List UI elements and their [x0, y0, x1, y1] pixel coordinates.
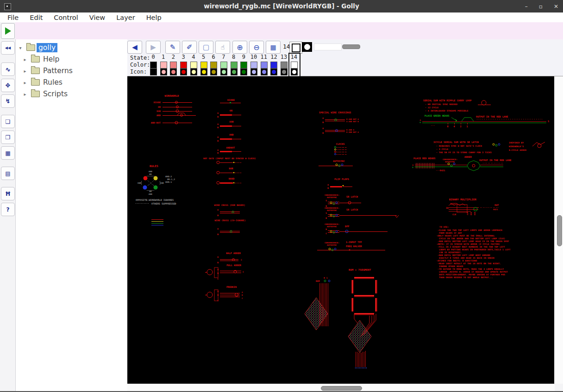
state-number-0[interactable]: 0 — [148, 54, 158, 60]
expanded-arrow-icon[interactable]: ▾ — [18, 45, 23, 50]
state-number-4[interactable]: 4 — [188, 54, 199, 60]
state-icon-swatch-13[interactable] — [281, 68, 288, 75]
tree-item-scripts[interactable]: ▸Scripts — [16, 88, 69, 100]
state-color-swatch-8[interactable] — [231, 62, 238, 68]
collapsed-arrow-icon[interactable]: ▸ — [22, 57, 28, 62]
state-icon-swatch-12[interactable] — [270, 68, 277, 75]
state-icon-swatch-1[interactable] — [160, 68, 167, 75]
state-icon-swatch-6[interactable] — [210, 68, 217, 75]
maximize-button[interactable]: ▫ — [539, 3, 543, 10]
state-color-swatch-5[interactable] — [200, 62, 207, 68]
pattern-info-icon[interactable]: ▤ — [1, 167, 15, 180]
state-number-11[interactable]: 11 — [259, 54, 269, 60]
icon-row-label: Icon: — [130, 68, 147, 75]
svg-text:WIRE CROSS (CO-IGNORE): WIRE CROSS (CO-IGNORE) — [215, 219, 246, 222]
state-color-swatch-9[interactable] — [240, 62, 247, 68]
state-color-swatch-11[interactable] — [261, 62, 268, 68]
select-button[interactable]: ▢ — [199, 41, 213, 54]
state-number-9[interactable]: 9 — [238, 54, 249, 60]
svg-text:FROM HEADS IF ANY: FROM HEADS IF ANY — [439, 232, 462, 234]
open-pattern-icon[interactable]: ❐ — [1, 131, 15, 144]
svg-text:XOR:1: XOR:1 — [165, 181, 172, 183]
hashing-icon[interactable]: Ħ — [1, 187, 15, 200]
svg-text:- REQUIRES SYNC W NOT GATE'S C: - REQUIRES SYNC W NOT GATE'S CLOCK — [436, 145, 482, 147]
state-color-swatch-12[interactable] — [270, 62, 277, 68]
state-color-swatch-10[interactable] — [250, 62, 257, 68]
vertical-scrollbar[interactable] — [555, 76, 563, 384]
scale-slider-thumb[interactable] — [342, 44, 360, 49]
save-pattern-icon[interactable]: ▦ — [1, 146, 15, 160]
menu-view[interactable]: View — [84, 13, 111, 22]
menu-file[interactable]: File — [2, 13, 24, 22]
tree-item-golly[interactable]: ▾golly — [16, 42, 57, 53]
zoom-out-button[interactable]: ⊖ — [249, 41, 264, 54]
tree-item-patterns[interactable]: ▸Patterns — [16, 65, 75, 76]
state-number-8[interactable]: 8 — [229, 54, 239, 60]
horizontal-scrollbar-thumb[interactable] — [321, 386, 362, 391]
state-color-swatch-7[interactable] — [220, 62, 227, 68]
menu-help[interactable]: Help — [141, 13, 167, 22]
close-button[interactable]: ✕ — [554, 3, 558, 10]
state-icon-swatch-5[interactable] — [200, 68, 207, 75]
state-number-3[interactable]: 3 — [178, 54, 188, 60]
state-icon-swatch-0[interactable] — [150, 68, 157, 75]
state-icon-swatch-7[interactable] — [220, 68, 227, 75]
state-number-7[interactable]: 7 — [219, 54, 229, 60]
tree-item-help[interactable]: ▸Help — [16, 54, 61, 65]
state-number-12[interactable]: 12 — [269, 54, 279, 60]
pick-button[interactable]: ✐ — [182, 41, 197, 54]
state-number-10[interactable]: 10 — [249, 54, 259, 60]
collapsed-arrow-icon[interactable]: ▸ — [22, 80, 28, 85]
state-color-swatch-3[interactable] — [180, 62, 187, 68]
state-color-swatch-1[interactable] — [160, 62, 167, 68]
state-color-swatch-13[interactable] — [281, 62, 288, 68]
randfill-icon[interactable]: ↯ — [1, 94, 15, 108]
undo-button[interactable]: ◀ — [127, 41, 142, 54]
current-icon-swatch[interactable] — [302, 42, 312, 52]
svg-text:ADDER: ADDER — [464, 156, 472, 158]
vertical-scrollbar-thumb[interactable] — [557, 215, 562, 246]
scale-slider-track[interactable] — [314, 44, 342, 50]
state-color-swatch-6[interactable] — [210, 62, 217, 68]
redo-button[interactable]: ▶ — [146, 41, 161, 54]
svg-text:AUTOSYNC: AUTOSYNC — [327, 244, 337, 246]
state-number-13[interactable]: 13 — [279, 54, 289, 60]
menu-layer[interactable]: Layer — [111, 13, 140, 22]
fit-pattern-icon[interactable]: ✥ — [1, 79, 15, 92]
collapsed-arrow-icon[interactable]: ▸ — [22, 92, 28, 97]
state-number-6[interactable]: 6 — [208, 54, 219, 60]
state-icon-swatch-4[interactable] — [190, 68, 197, 75]
svg-text:S: S — [325, 212, 327, 214]
current-state-swatch[interactable] — [289, 42, 302, 54]
state-icon-swatch-8[interactable] — [231, 68, 238, 75]
state-icon-swatch-3[interactable] — [180, 68, 187, 75]
horizontal-scrollbar[interactable] — [127, 384, 555, 392]
new-pattern-icon[interactable]: ❏ — [1, 115, 15, 128]
move-button[interactable]: ☝ — [215, 41, 230, 54]
state-icon-swatch-9[interactable] — [240, 68, 247, 75]
state-icon-swatch-2[interactable] — [170, 68, 177, 75]
pattern-canvas[interactable]: WIREWORLDDIODEORXORANDAND-NOTRULESANDORX… — [127, 76, 554, 384]
state-icon-swatch-11[interactable] — [261, 68, 268, 75]
state-number-5[interactable]: 5 — [199, 54, 209, 60]
tree-item-rules[interactable]: ▸Rules — [16, 77, 64, 88]
backward-icon[interactable]: ◀◀ — [1, 41, 15, 55]
state-number-1[interactable]: 1 — [158, 54, 169, 60]
scale-icon[interactable]: ∿ — [1, 62, 15, 76]
menu-control[interactable]: Control — [48, 13, 83, 22]
minimize-button[interactable]: – — [525, 3, 528, 10]
menu-edit[interactable]: Edit — [24, 13, 48, 22]
state-number-2[interactable]: 2 — [168, 54, 178, 60]
draw-button[interactable]: ✎ — [165, 41, 180, 54]
canvas-svg[interactable]: WIREWORLDDIODEORXORANDAND-NOTRULESANDORX… — [127, 76, 554, 384]
help-icon[interactable]: ? — [1, 203, 15, 216]
state-color-swatch-0[interactable] — [150, 62, 157, 68]
zoom-in-button[interactable]: ⊕ — [232, 41, 247, 54]
collapsed-arrow-icon[interactable]: ▸ — [22, 68, 28, 74]
state-color-swatch-2[interactable] — [170, 62, 177, 68]
state-icon-swatch-10[interactable] — [250, 68, 257, 75]
all-states-button[interactable]: ▦ — [266, 41, 281, 54]
state-color-swatch-4[interactable] — [190, 62, 197, 68]
play-button[interactable] — [1, 23, 15, 39]
svg-text:-RUN UNTIL BOTTOM LEFT LOOP HE: -RUN UNTIL BOTTOM LEFT LOOP HEAD IS IN T… — [438, 240, 509, 243]
